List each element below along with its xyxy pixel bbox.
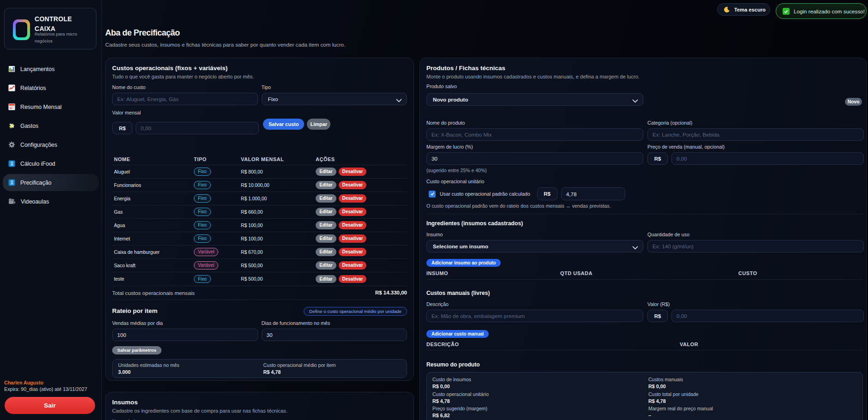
svg-text:34: 34 — [11, 163, 13, 166]
svg-text:34: 34 — [11, 182, 13, 185]
